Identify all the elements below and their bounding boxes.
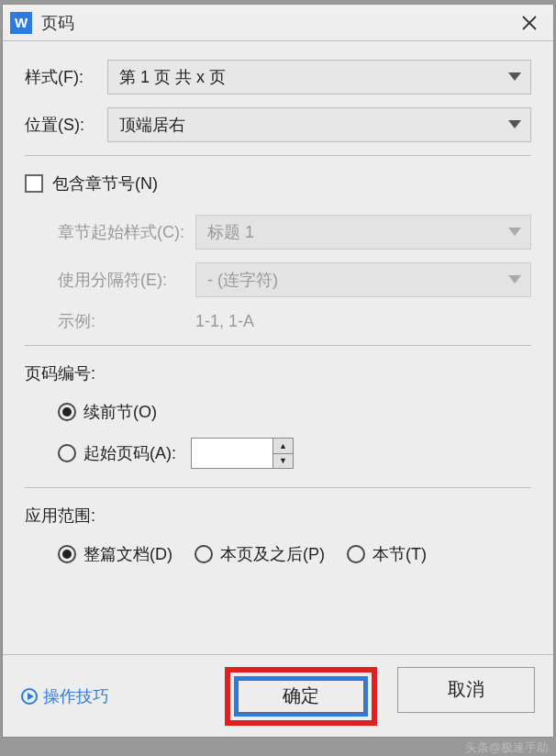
- start-at-input[interactable]: [191, 438, 273, 469]
- scope-this-and-after-label: 本页及之后(P): [220, 543, 325, 565]
- separator-value: - (连字符): [207, 269, 278, 291]
- example-label: 示例:: [58, 310, 195, 332]
- caret-down-icon: [508, 275, 521, 284]
- separator-select: - (连字符): [195, 262, 531, 297]
- position-label: 位置(S):: [25, 114, 107, 136]
- position-value: 顶端居右: [119, 114, 185, 136]
- style-select[interactable]: 第 1 页 共 x 页: [107, 60, 531, 94]
- page-number-dialog: W 页码 样式(F): 第 1 页 共 x 页 位置(S): 顶端居右: [2, 4, 554, 738]
- scope-this-section-label: 本节(T): [373, 543, 427, 565]
- scope-this-and-after[interactable]: 本页及之后(P): [195, 543, 325, 565]
- play-icon: [21, 688, 38, 705]
- include-chapter-checkbox[interactable]: [25, 174, 43, 193]
- separator-label: 使用分隔符(E):: [58, 269, 195, 291]
- chapter-start-style-label: 章节起始样式(C):: [58, 221, 195, 243]
- caret-down-icon: [508, 72, 521, 82]
- start-at-radio-label: 起始页码(A):: [83, 442, 176, 464]
- divider: [25, 345, 531, 346]
- svg-marker-4: [508, 228, 521, 236]
- spinner-down-button[interactable]: ▼: [273, 453, 293, 469]
- include-chapter-label: 包含章节号(N): [52, 172, 158, 195]
- divider: [25, 487, 531, 488]
- close-button[interactable]: [511, 9, 548, 37]
- svg-marker-5: [508, 275, 521, 284]
- numbering-section-title: 页码编号:: [25, 362, 531, 384]
- scope-section-title: 应用范围:: [25, 505, 531, 527]
- cancel-button[interactable]: 取消: [397, 667, 535, 713]
- dialog-footer: 操作技巧 确定 取消: [3, 654, 553, 737]
- tips-link[interactable]: 操作技巧: [21, 685, 109, 707]
- continue-radio-label: 续前节(O): [83, 401, 157, 423]
- style-value: 第 1 页 共 x 页: [119, 66, 226, 88]
- watermark: 头条@极速手助: [465, 739, 549, 756]
- dialog-title: 页码: [41, 12, 511, 34]
- start-at-radio[interactable]: [58, 444, 76, 462]
- scope-whole-doc[interactable]: 整篇文档(D): [58, 543, 172, 565]
- caret-down-icon: [508, 120, 521, 129]
- position-select[interactable]: 顶端居右: [107, 107, 531, 142]
- svg-marker-3: [508, 120, 521, 128]
- tips-label: 操作技巧: [43, 685, 109, 707]
- app-icon: W: [10, 12, 32, 34]
- ok-highlight: 确定: [225, 667, 377, 726]
- dialog-body: 样式(F): 第 1 页 共 x 页 位置(S): 顶端居右 包含章节号(N): [3, 41, 553, 654]
- chapter-start-style-select: 标题 1: [195, 215, 531, 250]
- scope-this-section[interactable]: 本节(T): [347, 543, 427, 565]
- style-label: 样式(F):: [25, 66, 107, 88]
- scope-whole-doc-radio[interactable]: [58, 545, 76, 563]
- caret-down-icon: [508, 228, 521, 237]
- spinner-up-button[interactable]: ▲: [273, 439, 293, 453]
- ok-button[interactable]: 确定: [238, 680, 364, 713]
- titlebar: W 页码: [3, 5, 553, 41]
- scope-this-and-after-radio[interactable]: [195, 545, 213, 563]
- divider: [25, 155, 531, 156]
- close-icon: [522, 16, 537, 30]
- svg-marker-2: [508, 72, 521, 81]
- scope-this-section-radio[interactable]: [347, 545, 365, 563]
- chapter-start-style-value: 标题 1: [207, 221, 254, 243]
- scope-whole-doc-label: 整篇文档(D): [83, 543, 172, 565]
- continue-radio[interactable]: [58, 403, 76, 421]
- example-value: 1-1, 1-A: [195, 312, 254, 331]
